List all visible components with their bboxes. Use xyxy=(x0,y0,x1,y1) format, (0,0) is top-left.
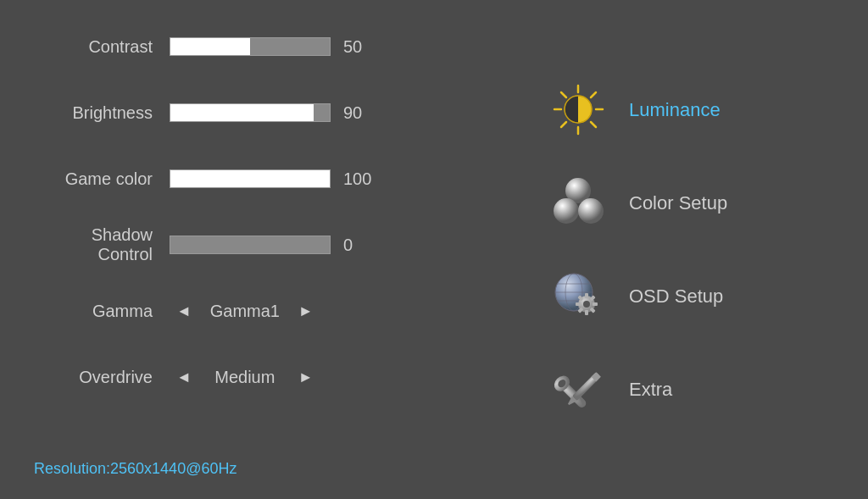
svg-line-5 xyxy=(591,122,596,127)
svg-rect-20 xyxy=(585,293,588,298)
menu-item-luminance[interactable]: Luminance xyxy=(536,64,807,157)
right-panel: Luminance xyxy=(475,0,868,499)
brightness-label: Brightness xyxy=(34,103,170,123)
gamma-left-arrow[interactable]: ◄ xyxy=(170,302,198,320)
brightness-slider[interactable] xyxy=(170,103,331,122)
resolution-text: Resolution:2560x1440@60Hz xyxy=(34,460,236,478)
svg-line-6 xyxy=(591,92,596,97)
overdrive-right-arrow[interactable]: ► xyxy=(292,369,320,386)
gamma-row: Gamma ◄ Gamma1 ► xyxy=(34,290,441,332)
contrast-track xyxy=(170,37,331,56)
contrast-row: Contrast 50 xyxy=(34,25,441,68)
gamma-value: Gamma1 xyxy=(198,302,292,321)
game-color-value: 100 xyxy=(331,169,381,189)
left-panel: Contrast 50 Brightness 90 Game color xyxy=(0,0,475,499)
svg-rect-23 xyxy=(593,302,598,306)
brightness-track xyxy=(170,103,331,122)
luminance-icon xyxy=(544,76,612,144)
menu-item-color-setup[interactable]: Color Setup xyxy=(536,157,807,250)
color-setup-icon xyxy=(544,169,612,237)
extra-label: Extra xyxy=(612,379,765,401)
overdrive-row: Overdrive ◄ Medium ► xyxy=(34,356,441,398)
gamma-controls: ◄ Gamma1 ► xyxy=(170,302,320,321)
gamma-label: Gamma xyxy=(34,302,170,321)
overdrive-label: Overdrive xyxy=(34,368,170,387)
game-color-label: Game color xyxy=(34,169,170,189)
luminance-label: Luminance xyxy=(612,99,765,121)
brightness-fill xyxy=(170,104,314,121)
shadow-control-value: 0 xyxy=(331,236,381,255)
main-container: Contrast 50 Brightness 90 Game color xyxy=(0,0,868,499)
shadow-control-slider[interactable] xyxy=(170,236,331,254)
menu-item-extra[interactable]: Extra xyxy=(536,343,807,436)
game-color-track xyxy=(170,169,331,188)
shadow-control-row: Shadow Control 0 xyxy=(34,224,441,266)
game-color-slider[interactable] xyxy=(170,169,331,188)
contrast-value: 50 xyxy=(331,37,381,57)
contrast-slider[interactable] xyxy=(170,37,331,56)
svg-point-11 xyxy=(554,198,579,224)
menu-item-osd-setup[interactable]: OSD Setup xyxy=(536,250,807,343)
shadow-control-label: Shadow Control xyxy=(34,225,170,264)
overdrive-left-arrow[interactable]: ◄ xyxy=(170,369,198,386)
contrast-label: Contrast xyxy=(34,37,170,57)
osd-setup-icon xyxy=(544,263,612,330)
game-color-fill xyxy=(170,170,330,187)
gamma-right-arrow[interactable]: ► xyxy=(292,302,320,320)
extra-icon xyxy=(544,356,612,424)
svg-point-12 xyxy=(578,198,604,224)
osd-setup-label: OSD Setup xyxy=(612,286,765,308)
contrast-fill xyxy=(170,38,250,55)
game-color-row: Game color 100 xyxy=(34,158,441,200)
brightness-value: 90 xyxy=(331,103,381,123)
overdrive-value: Medium xyxy=(198,368,292,387)
svg-point-19 xyxy=(583,301,590,308)
svg-line-4 xyxy=(561,92,566,97)
svg-rect-21 xyxy=(585,310,588,315)
shadow-control-track xyxy=(170,236,331,254)
overdrive-controls: ◄ Medium ► xyxy=(170,368,320,387)
brightness-row: Brightness 90 xyxy=(34,91,441,134)
svg-line-7 xyxy=(561,122,566,127)
color-setup-label: Color Setup xyxy=(612,192,765,214)
svg-rect-22 xyxy=(576,302,581,306)
